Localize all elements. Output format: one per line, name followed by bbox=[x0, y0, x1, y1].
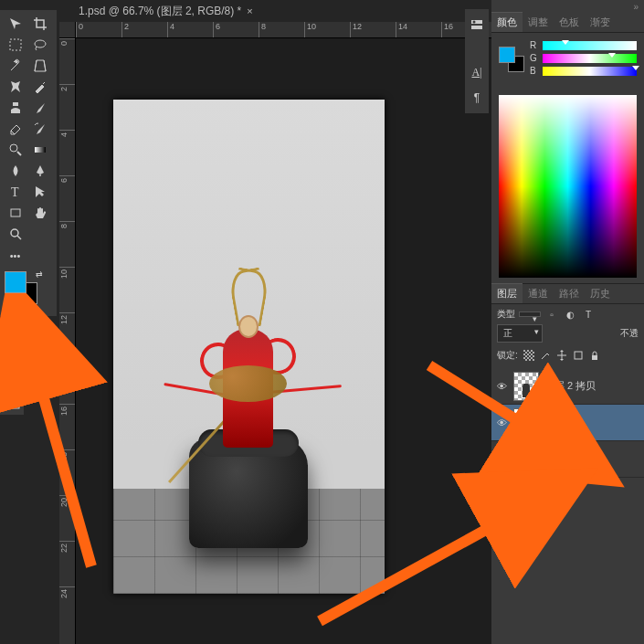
filter-text-icon[interactable]: T bbox=[581, 308, 596, 321]
layer-type-label: 类型 bbox=[497, 308, 515, 321]
healing-brush-tool[interactable] bbox=[3, 55, 27, 76]
foreground-color[interactable] bbox=[5, 271, 26, 293]
tools-panel: T ••• ⇄ bbox=[0, 10, 57, 316]
layer-thumbnail[interactable] bbox=[513, 445, 539, 474]
tab-layers[interactable]: 图层 bbox=[491, 283, 523, 303]
history-brush-tool[interactable] bbox=[27, 118, 52, 139]
layer-thumbnail[interactable] bbox=[513, 408, 539, 438]
panel-color-swatches[interactable] bbox=[499, 47, 524, 72]
right-panel-group: » 颜色 调整 色板 渐变 R G B 图层 通道 路径 历史 类型 bbox=[491, 0, 644, 644]
lock-transparency-icon[interactable] bbox=[522, 348, 536, 363]
tab-title: 1.psd @ 66.7% (图层 2, RGB/8) * bbox=[79, 4, 241, 19]
b-slider[interactable] bbox=[543, 67, 637, 76]
blur-tool[interactable] bbox=[3, 160, 27, 181]
lock-all-icon[interactable] bbox=[587, 348, 602, 363]
svg-rect-18 bbox=[575, 352, 582, 359]
tab-channels[interactable]: 通道 bbox=[523, 284, 554, 303]
tab-history[interactable]: 历史 bbox=[585, 284, 616, 303]
svg-rect-5 bbox=[35, 147, 46, 153]
brush-tool[interactable] bbox=[27, 97, 52, 118]
svg-point-1 bbox=[35, 40, 46, 48]
visibility-icon[interactable]: 👁 bbox=[495, 381, 508, 392]
svg-rect-13 bbox=[471, 26, 482, 29]
move-tool[interactable] bbox=[3, 13, 27, 34]
filter-adjust-icon[interactable]: ◐ bbox=[563, 308, 577, 321]
svg-rect-15 bbox=[523, 350, 534, 361]
svg-point-14 bbox=[473, 21, 476, 24]
tab-adjustments[interactable]: 调整 bbox=[523, 13, 554, 32]
tab-gradients[interactable]: 渐变 bbox=[585, 13, 616, 32]
close-icon[interactable]: × bbox=[247, 5, 252, 16]
color-spectrum[interactable] bbox=[499, 95, 637, 278]
hand-tool[interactable] bbox=[27, 202, 52, 223]
document-canvas[interactable] bbox=[113, 100, 385, 594]
lock-position-icon[interactable] bbox=[554, 348, 569, 363]
paragraph-panel-icon[interactable]: ¶ bbox=[465, 85, 489, 111]
butterfly-icon[interactable] bbox=[3, 76, 27, 97]
perspective-crop-tool[interactable] bbox=[27, 55, 52, 76]
dodge-tool[interactable] bbox=[3, 139, 27, 160]
svg-point-4 bbox=[10, 144, 17, 152]
r-slider[interactable] bbox=[543, 41, 637, 50]
shape-tool[interactable] bbox=[3, 202, 27, 223]
eraser-tool[interactable] bbox=[3, 118, 27, 139]
color-swatches[interactable]: ⇄ bbox=[5, 271, 47, 313]
layer-row[interactable]: 👁 图层 2 拷贝 bbox=[491, 368, 644, 405]
swap-colors-icon[interactable]: ⇄ bbox=[36, 269, 43, 279]
path-select-tool[interactable] bbox=[27, 181, 52, 202]
lock-label: 锁定: bbox=[497, 349, 518, 362]
filter-image-icon[interactable]: ▫ bbox=[544, 308, 559, 321]
crop-tool[interactable] bbox=[27, 13, 52, 34]
vertical-ruler: 0 2 4 6 8 10 12 14 16 18 20 22 24 bbox=[59, 38, 76, 644]
eyedropper-tool[interactable] bbox=[27, 76, 52, 97]
svg-rect-19 bbox=[592, 355, 597, 360]
tab-color[interactable]: 颜色 bbox=[491, 12, 523, 32]
visibility-icon[interactable]: 👁 bbox=[495, 417, 508, 428]
document-tabs: 1.psd @ 66.7% (图层 2, RGB/8) * × bbox=[62, 0, 269, 22]
tab-swatches[interactable]: 色板 bbox=[554, 13, 585, 32]
collapsed-icon[interactable] bbox=[465, 12, 489, 37]
svg-rect-10 bbox=[6, 396, 19, 408]
svg-text:T: T bbox=[11, 185, 19, 199]
zoom-tool[interactable] bbox=[3, 223, 27, 244]
pen-tool[interactable] bbox=[27, 160, 52, 181]
layer-type-dropdown[interactable] bbox=[519, 311, 541, 317]
lasso-tool[interactable] bbox=[27, 34, 52, 55]
collapsed-panels: A| ¶ bbox=[465, 9, 489, 113]
reset-colors-icon[interactable] bbox=[5, 302, 16, 313]
color-panel: R G B bbox=[491, 33, 644, 90]
opacity-label: 不透 bbox=[620, 327, 639, 340]
svg-rect-0 bbox=[10, 39, 21, 50]
svg-rect-8 bbox=[11, 209, 20, 216]
svg-point-9 bbox=[11, 229, 18, 237]
lock-nested-icon[interactable] bbox=[571, 348, 586, 363]
visibility-icon[interactable]: 👁 bbox=[495, 454, 508, 465]
svg-rect-3 bbox=[13, 102, 18, 106]
type-tool[interactable]: T bbox=[3, 181, 27, 202]
panel-menu-icon[interactable]: » bbox=[633, 2, 639, 12]
layer-row[interactable]: 👁 图层 2 bbox=[491, 405, 644, 441]
svg-point-6 bbox=[39, 174, 41, 176]
layer-list: 👁 图层 2 拷贝 👁 图层 2 👁 图层 1 bbox=[491, 368, 644, 644]
gradient-tool[interactable] bbox=[27, 139, 52, 160]
quickmask-panel bbox=[0, 389, 24, 415]
lock-image-icon[interactable] bbox=[538, 348, 553, 363]
layers-panel: 图层 通道 路径 历史 类型 ▫ ◐ T 正 不透 锁定: bbox=[491, 283, 644, 644]
tab-paths[interactable]: 路径 bbox=[554, 284, 585, 303]
marquee-tool[interactable] bbox=[3, 34, 27, 55]
svg-point-11 bbox=[9, 398, 16, 406]
edit-toolbar-icon[interactable]: ••• bbox=[3, 246, 27, 266]
character-panel-icon[interactable]: A| bbox=[465, 59, 489, 85]
blend-mode-dropdown[interactable]: 正 bbox=[497, 324, 543, 343]
color-panel-tabs: 颜色 调整 色板 渐变 bbox=[491, 13, 644, 33]
ruler-corner bbox=[59, 22, 76, 38]
document-tab[interactable]: 1.psd @ 66.7% (图层 2, RGB/8) * × bbox=[69, 0, 262, 23]
layer-thumbnail[interactable] bbox=[513, 372, 539, 401]
g-slider[interactable] bbox=[543, 54, 637, 63]
quick-mask-icon[interactable] bbox=[3, 392, 23, 412]
layer-row[interactable]: 👁 图层 1 bbox=[491, 441, 644, 478]
clone-stamp-tool[interactable] bbox=[3, 97, 27, 118]
